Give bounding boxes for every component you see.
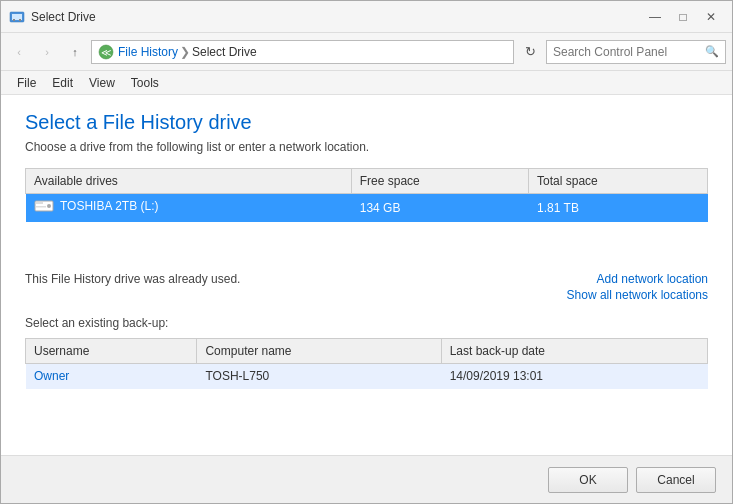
show-network-locations-link[interactable]: Show all network locations (567, 288, 708, 302)
svg-text:≪: ≪ (101, 47, 111, 58)
drive-free-space: 134 GB (351, 194, 528, 222)
backup-table: Username Computer name Last back-up date… (25, 338, 708, 429)
path-icon: ≪ (98, 44, 114, 60)
svg-rect-2 (13, 19, 15, 21)
footer: OK Cancel (1, 455, 732, 503)
backup-username: Owner (26, 364, 197, 389)
breadcrumb: File History ❯ Select Drive (118, 45, 257, 59)
empty-backup-row (26, 389, 708, 429)
backup-computer: TOSH-L750 (197, 364, 441, 389)
action-links: Add network location Show all network lo… (567, 272, 708, 302)
status-text: This File History drive was already used… (25, 272, 240, 286)
col-backup-date: Last back-up date (441, 339, 707, 364)
drives-table: Available drives Free space Total space (25, 168, 708, 262)
backup-row[interactable]: Owner TOSH-L750 14/09/2019 13:01 (26, 364, 708, 389)
title-bar-text: Select Drive (31, 10, 642, 24)
svg-rect-3 (19, 19, 21, 21)
status-links-area: This File History drive was already used… (25, 272, 708, 302)
page-title: Select a File History drive (25, 111, 708, 134)
menu-file[interactable]: File (9, 74, 44, 92)
forward-button[interactable]: › (35, 40, 59, 64)
menu-view[interactable]: View (81, 74, 123, 92)
svg-rect-7 (36, 202, 43, 204)
back-button[interactable]: ‹ (7, 40, 31, 64)
drive-total-space: 1.81 TB (529, 194, 708, 222)
backup-section-label: Select an existing back-up: (25, 316, 708, 330)
page-subtitle: Choose a drive from the following list o… (25, 140, 708, 154)
refresh-button[interactable]: ↻ (518, 40, 542, 64)
svg-rect-9 (36, 206, 46, 208)
window-icon (9, 9, 25, 25)
svg-point-8 (47, 204, 51, 208)
address-path[interactable]: ≪ File History ❯ Select Drive (91, 40, 514, 64)
breadcrumb-select-drive: Select Drive (192, 45, 257, 59)
content-area: Select a File History drive Choose a dri… (1, 95, 732, 455)
cancel-button[interactable]: Cancel (636, 467, 716, 493)
drive-row[interactable]: TOSHIBA 2TB (L:) 134 GB 1.81 TB (26, 194, 708, 222)
up-button[interactable]: ↑ (63, 40, 87, 64)
col-computer-name: Computer name (197, 339, 441, 364)
col-username: Username (26, 339, 197, 364)
address-bar: ‹ › ↑ ≪ File History ❯ Select Drive ↻ 🔍 (1, 33, 732, 71)
main-window: Select Drive — □ ✕ ‹ › ↑ ≪ File History … (0, 0, 733, 504)
search-box[interactable]: 🔍 (546, 40, 726, 64)
breadcrumb-file-history[interactable]: File History (118, 45, 178, 59)
title-bar: Select Drive — □ ✕ (1, 1, 732, 33)
minimize-button[interactable]: — (642, 6, 668, 28)
col-free-space: Free space (351, 169, 528, 194)
col-available-drives: Available drives (26, 169, 352, 194)
empty-drive-row (26, 222, 708, 262)
col-total-space: Total space (529, 169, 708, 194)
backup-date: 14/09/2019 13:01 (441, 364, 707, 389)
title-bar-controls: — □ ✕ (642, 6, 724, 28)
maximize-button[interactable]: □ (670, 6, 696, 28)
drive-name: TOSHIBA 2TB (L:) (26, 194, 352, 222)
search-icon: 🔍 (705, 45, 719, 58)
menu-edit[interactable]: Edit (44, 74, 81, 92)
close-button[interactable]: ✕ (698, 6, 724, 28)
menu-tools[interactable]: Tools (123, 74, 167, 92)
menu-bar: File Edit View Tools (1, 71, 732, 95)
add-network-location-link[interactable]: Add network location (597, 272, 708, 286)
search-input[interactable] (553, 45, 705, 59)
ok-button[interactable]: OK (548, 467, 628, 493)
